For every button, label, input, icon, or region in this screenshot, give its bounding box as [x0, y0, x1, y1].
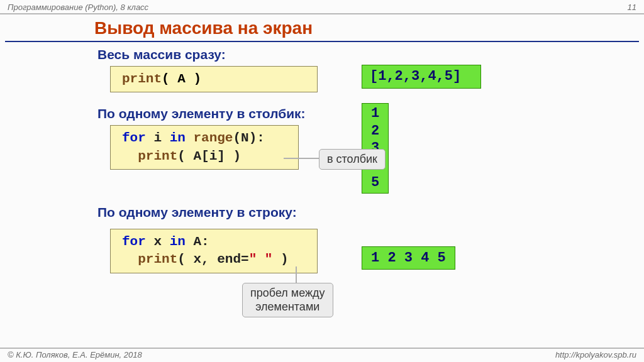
callout-column: в столбик	[319, 149, 386, 170]
section3-label: По одному элементу в строку:	[97, 205, 644, 220]
code-box-2: for i in range(N): print( A[i] )	[110, 125, 299, 170]
code-mid: i	[146, 131, 170, 145]
section1-row: print( A ) [1,2,3,4,5]	[97, 66, 644, 92]
kw-print: print	[138, 149, 177, 163]
callout-space: пробел между элементами	[242, 283, 333, 317]
output-box-1: [1,2,3,4,5]	[362, 65, 481, 89]
section2-row: for i in range(N): print( A[i] ) 1 2 3 4…	[97, 125, 644, 194]
title-row: Вывод массива на экран	[0, 14, 644, 40]
kw-print: print	[122, 72, 162, 86]
section3-row: for x in A: print( x, end=" " ) 1 2 3 4 …	[97, 229, 644, 273]
connector-line	[284, 158, 320, 159]
code-box-1: print( A )	[110, 66, 318, 92]
output-box-2: 1 2 3 4 5	[362, 103, 389, 194]
title-underline	[5, 41, 639, 42]
kw-range: range	[193, 131, 233, 145]
code-rest: )	[272, 252, 288, 266]
kw-in: in	[170, 234, 186, 249]
section1-label: Весь массив сразу:	[97, 47, 644, 62]
copyright: © К.Ю. Поляков, Е.А. Ерёмин, 2018	[8, 350, 142, 359]
output-box-3: 1 2 3 4 5	[362, 246, 455, 270]
slide-title: Вывод массива на экран	[94, 18, 644, 38]
footer-url: http://kpolyakov.spb.ru	[555, 350, 636, 359]
kw-in: in	[170, 131, 186, 145]
code-rest: ( A[i] )	[177, 149, 241, 163]
code-rest: ( A )	[162, 72, 201, 86]
code-box-3: for x in A: print( x, end=" " )	[110, 229, 318, 273]
footer-bar: © К.Ю. Поляков, Е.А. Ерёмин, 2018 http:/…	[0, 348, 644, 362]
course-label: Программирование (Python), 8 класс	[8, 3, 148, 12]
code-rest: ( x, end=	[177, 252, 248, 266]
string-lit: " "	[249, 252, 273, 266]
kw-for: for	[122, 234, 146, 249]
code-mid: x	[146, 234, 170, 249]
kw-print: print	[138, 252, 177, 266]
code-mid	[186, 131, 194, 145]
kw-for: for	[122, 131, 146, 145]
header-bar: Программирование (Python), 8 класс 11	[0, 0, 644, 14]
page-number: 11	[628, 3, 636, 12]
content-area: Весь массив сразу: print( A ) [1,2,3,4,5…	[0, 47, 644, 273]
